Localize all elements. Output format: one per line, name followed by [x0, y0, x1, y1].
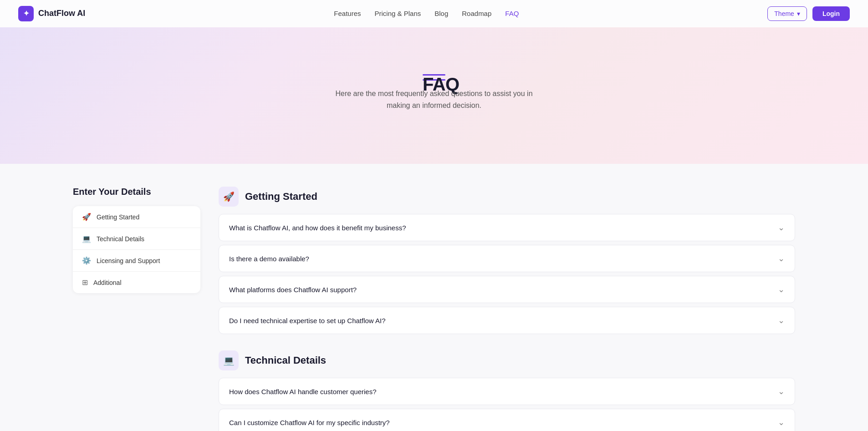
sidebar-item-label: Getting Started	[97, 213, 139, 221]
accordion-question: Is there a demo available?	[229, 255, 309, 263]
sidebar: Enter Your Details 🚀 Getting Started 💻 T…	[73, 187, 200, 431]
hero-title: FAQ	[423, 71, 445, 81]
accordion-item: How does Chatflow AI handle customer que…	[219, 378, 795, 405]
accordion-header-5[interactable]: Can I customize Chatflow AI for my speci…	[219, 409, 795, 431]
section-icon-technical: 💻	[219, 350, 239, 370]
chevron-down-icon: ⌄	[778, 417, 785, 427]
theme-label: Theme	[774, 10, 794, 17]
faq-section-getting-started: 🚀 Getting Started What is Chatflow AI, a…	[219, 187, 795, 334]
nav-link-blog[interactable]: Blog	[434, 10, 448, 17]
accordion-item: Is there a demo available? ⌄	[219, 245, 795, 272]
nav-link-roadmap[interactable]: Roadmap	[462, 10, 491, 17]
sidebar-item-label: Licensing and Support	[97, 257, 160, 264]
rocket-icon: 🚀	[82, 213, 91, 221]
hero-subtitle: Here are the most frequently asked quest…	[325, 88, 543, 111]
accordion-question: Can I customize Chatflow AI for my speci…	[229, 419, 390, 426]
hero-section: FAQ Here are the most frequently asked q…	[0, 27, 868, 164]
faq-section-technical-details: 💻 Technical Details How does Chatflow AI…	[219, 350, 795, 431]
sidebar-item-licensing-support[interactable]: ⚙️ Licensing and Support	[73, 250, 200, 272]
grid-icon: ⊞	[82, 278, 88, 287]
sidebar-item-getting-started[interactable]: 🚀 Getting Started	[73, 206, 200, 228]
chevron-down-icon: ⌄	[778, 315, 785, 325]
logo[interactable]: ✦ ChatFlow AI	[18, 6, 85, 21]
accordion-question: Do I need technical expertise to set up …	[229, 317, 386, 325]
gear-icon: ⚙️	[82, 256, 91, 265]
section-title-technical: Technical Details	[245, 355, 326, 366]
nav-right: Theme ▾ Login	[767, 6, 850, 21]
faq-content: 🚀 Getting Started What is Chatflow AI, a…	[219, 187, 795, 431]
sidebar-card: 🚀 Getting Started 💻 Technical Details ⚙️…	[73, 206, 200, 293]
laptop-icon: 💻	[82, 234, 91, 243]
accordion-item: Do I need technical expertise to set up …	[219, 307, 795, 334]
main-content: Enter Your Details 🚀 Getting Started 💻 T…	[0, 164, 868, 431]
logo-icon: ✦	[18, 6, 34, 21]
accordion-question: How does Chatflow AI handle customer que…	[229, 388, 377, 396]
nav-link-pricing[interactable]: Pricing & Plans	[375, 10, 421, 17]
accordion-item: What is Chatflow AI, and how does it ben…	[219, 214, 795, 241]
accordion-header-4[interactable]: How does Chatflow AI handle customer que…	[219, 378, 795, 405]
sidebar-item-technical-details[interactable]: 💻 Technical Details	[73, 228, 200, 250]
accordion-item: Can I customize Chatflow AI for my speci…	[219, 409, 795, 431]
navbar: ✦ ChatFlow AI Features Pricing & Plans B…	[0, 0, 868, 27]
chevron-down-icon: ⌄	[778, 284, 785, 294]
accordion-question: What is Chatflow AI, and how does it ben…	[229, 224, 406, 232]
logo-text: ChatFlow AI	[38, 9, 85, 18]
chevron-down-icon: ⌄	[778, 386, 785, 396]
accordion-question: What platforms does Chatflow AI support?	[229, 286, 357, 294]
chevron-down-icon: ▾	[797, 10, 800, 17]
sidebar-item-label: Technical Details	[97, 235, 144, 243]
chevron-down-icon: ⌄	[778, 223, 785, 233]
login-button[interactable]: Login	[812, 6, 850, 21]
section-header-getting-started: 🚀 Getting Started	[219, 187, 795, 207]
accordion-header-3[interactable]: Do I need technical expertise to set up …	[219, 307, 795, 334]
nav-link-features[interactable]: Features	[334, 10, 361, 17]
nav-links: Features Pricing & Plans Blog Roadmap FA…	[334, 10, 519, 17]
section-icon-getting-started: 🚀	[219, 187, 239, 207]
theme-button[interactable]: Theme ▾	[767, 6, 807, 21]
section-title-getting-started: Getting Started	[245, 191, 317, 203]
sidebar-item-label: Additional	[93, 279, 122, 286]
accordion-header-1[interactable]: Is there a demo available? ⌄	[219, 245, 795, 272]
section-header-technical: 💻 Technical Details	[219, 350, 795, 370]
accordion-item: What platforms does Chatflow AI support?…	[219, 276, 795, 303]
nav-link-faq[interactable]: FAQ	[505, 10, 519, 17]
sidebar-title: Enter Your Details	[73, 187, 200, 197]
chevron-down-icon: ⌄	[778, 254, 785, 264]
accordion-header-2[interactable]: What platforms does Chatflow AI support?…	[219, 276, 795, 303]
sidebar-item-additional[interactable]: ⊞ Additional	[73, 272, 200, 293]
accordion-header-0[interactable]: What is Chatflow AI, and how does it ben…	[219, 214, 795, 241]
